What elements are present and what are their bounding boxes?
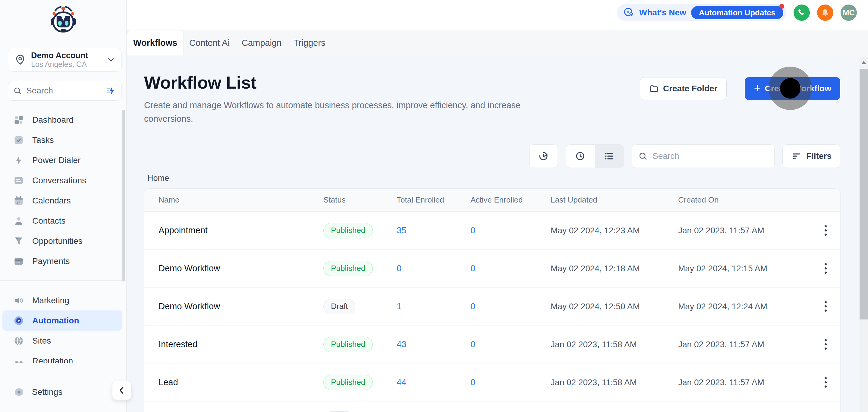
- whats-new-group[interactable]: What's New Automation Updates: [617, 4, 786, 21]
- app-root: Demo Account Los Angeles, CA: [0, 0, 868, 412]
- sidebar-item-label: Marketing: [32, 296, 69, 305]
- chevron-down-icon[interactable]: [106, 55, 116, 64]
- account-switcher[interactable]: Demo Account Los Angeles, CA: [8, 47, 122, 72]
- sidebar-item-opportunities[interactable]: Opportunities: [0, 231, 126, 251]
- active-enrolled-link[interactable]: 0: [470, 339, 551, 349]
- clock-icon: [575, 151, 586, 162]
- total-enrolled-link[interactable]: 35: [397, 225, 470, 235]
- table-row[interactable]: Interested Published 43 0 Jan 02 2023, 1…: [144, 325, 840, 363]
- table-row[interactable]: Demo Workflow Draft 1 0 May 02 2024, 12:…: [144, 288, 840, 325]
- tasks-check-icon: [13, 135, 24, 146]
- total-enrolled-link[interactable]: 43: [397, 339, 470, 349]
- tab-triggers[interactable]: Triggers: [287, 30, 331, 56]
- column-header-total-enrolled: Total Enrolled: [397, 195, 470, 204]
- sidebar-item-automation[interactable]: Automation: [2, 310, 122, 330]
- sidebar-item-tasks[interactable]: Tasks: [0, 130, 126, 150]
- brand-logo: [0, 5, 126, 35]
- sidebar-item-power-dialer[interactable]: Power Dialer: [0, 150, 126, 170]
- row-actions-kebab-icon[interactable]: [822, 336, 830, 353]
- whatsapp-phone-button[interactable]: [794, 4, 810, 21]
- active-enrolled-link[interactable]: 0: [470, 377, 551, 387]
- create-workflow-button[interactable]: + Create Workflow: [745, 77, 840, 100]
- sidebar-item-label: Tasks: [32, 135, 54, 145]
- view-toggle-list[interactable]: [595, 145, 624, 167]
- workflow-name-link[interactable]: Lead: [158, 377, 323, 387]
- sidebar-item-conversations[interactable]: Conversations: [0, 170, 126, 190]
- row-actions-kebab-icon[interactable]: [822, 298, 830, 315]
- total-enrolled-link[interactable]: 0: [397, 263, 470, 273]
- dashboard-grid-icon: [13, 115, 24, 125]
- whats-new-link[interactable]: What's New: [639, 8, 686, 18]
- breadcrumb[interactable]: Home: [147, 173, 169, 183]
- row-actions-kebab-icon[interactable]: [822, 260, 830, 277]
- table-row-partial: Draft: [144, 402, 840, 412]
- user-avatar[interactable]: MC: [841, 4, 857, 21]
- sidebar-item-sites[interactable]: Sites: [0, 330, 126, 351]
- sidebar-item-dashboard[interactable]: Dashboard: [0, 110, 126, 130]
- sidebar-item-marketing[interactable]: Marketing: [0, 290, 126, 310]
- scroll-up-arrow-icon[interactable]: [861, 61, 866, 64]
- create-folder-label: Create Folder: [663, 84, 718, 93]
- sidebar-item-label: Calendars: [32, 196, 71, 205]
- tab-campaign[interactable]: Campaign: [236, 30, 287, 56]
- table-row[interactable]: Lead Published 44 0 Jan 02 2023, 11:58 A…: [144, 363, 840, 402]
- table-row[interactable]: Demo Workflow Published 0 0 May 02 2024,…: [144, 250, 840, 288]
- notification-dot: [779, 4, 784, 9]
- gear-icon: [13, 386, 25, 398]
- sidebar-item-payments[interactable]: Payments: [0, 251, 126, 271]
- globe-icon: [13, 336, 24, 346]
- row-actions-kebab-icon[interactable]: [822, 222, 830, 239]
- notifications-bell-button[interactable]: [817, 4, 833, 21]
- total-enrolled-link[interactable]: 44: [397, 377, 470, 387]
- active-enrolled-link[interactable]: 0: [470, 225, 551, 235]
- filter-lines-icon: [791, 151, 801, 161]
- total-enrolled-link[interactable]: 1: [397, 302, 470, 311]
- view-toggle-clock[interactable]: [566, 145, 595, 167]
- search-icon: [13, 86, 22, 95]
- row-actions-kebab-icon[interactable]: [822, 374, 830, 390]
- sidebar-nav: Dashboard Tasks Power Dialer: [0, 110, 126, 363]
- sidebar-collapse-button[interactable]: [112, 381, 131, 400]
- active-enrolled-link[interactable]: 0: [470, 302, 551, 311]
- sidebar: Demo Account Los Angeles, CA: [0, 0, 127, 412]
- clock-history-icon: [538, 151, 549, 162]
- table-header: Name Status Total Enrolled Active Enroll…: [144, 189, 840, 212]
- tab-workflows[interactable]: Workflows: [127, 30, 183, 56]
- workflow-search[interactable]: [632, 145, 775, 168]
- tab-content-ai[interactable]: Content Ai: [183, 30, 236, 56]
- automation-updates-button[interactable]: Automation Updates: [691, 6, 783, 19]
- workflow-name-link[interactable]: Appointment: [158, 225, 323, 235]
- active-enrolled-link[interactable]: 0: [470, 263, 551, 273]
- sidebar-item-label: Opportunities: [32, 236, 83, 246]
- credit-card-icon: [13, 256, 24, 267]
- enrollment-history-button[interactable]: [529, 145, 558, 168]
- sidebar-item-calendars[interactable]: Calendars: [0, 190, 126, 211]
- workflow-search-input[interactable]: [652, 151, 768, 161]
- phone-icon: [797, 8, 807, 18]
- workflow-name-link[interactable]: Demo Workflow: [158, 263, 323, 273]
- page-scrollbar-thumb[interactable]: [860, 69, 868, 319]
- workflow-name-link[interactable]: Demo Workflow: [158, 302, 323, 311]
- robot-logo-icon: [48, 5, 79, 35]
- sidebar-search-input[interactable]: [26, 86, 102, 96]
- page-scrollbar[interactable]: [860, 57, 868, 412]
- table-row[interactable]: Appointment Published 35 0 May 02 2024, …: [144, 212, 840, 250]
- last-updated-value: Jan 02 2023, 11:58 AM: [551, 340, 678, 349]
- last-updated-value: May 02 2024, 12:50 AM: [551, 302, 678, 311]
- sidebar-item-reputation[interactable]: Reputation: [0, 351, 126, 363]
- table-body: Appointment Published 35 0 May 02 2024, …: [144, 212, 840, 402]
- filters-button[interactable]: Filters: [782, 145, 840, 168]
- tab-bar: Workflows Content Ai Campaign Triggers: [126, 30, 868, 56]
- created-on-value: Jan 02 2023, 11:57 AM: [678, 340, 811, 349]
- sidebar-search[interactable]: [8, 81, 122, 101]
- avatar-initials: MC: [843, 8, 855, 18]
- settings-label: Settings: [32, 387, 62, 397]
- sidebar-item-settings[interactable]: Settings: [0, 382, 126, 402]
- sidebar-divider: [0, 280, 126, 281]
- sidebar-item-contacts[interactable]: Contacts: [0, 211, 126, 231]
- topbar: What's New Automation Updates: [126, 0, 868, 56]
- create-folder-button[interactable]: Create Folder: [640, 77, 727, 100]
- sidebar-scrollbar-thumb[interactable]: [122, 110, 125, 282]
- workflow-name-link[interactable]: Interested: [158, 339, 323, 349]
- topbar-actions: What's New Automation Updates: [617, 4, 857, 21]
